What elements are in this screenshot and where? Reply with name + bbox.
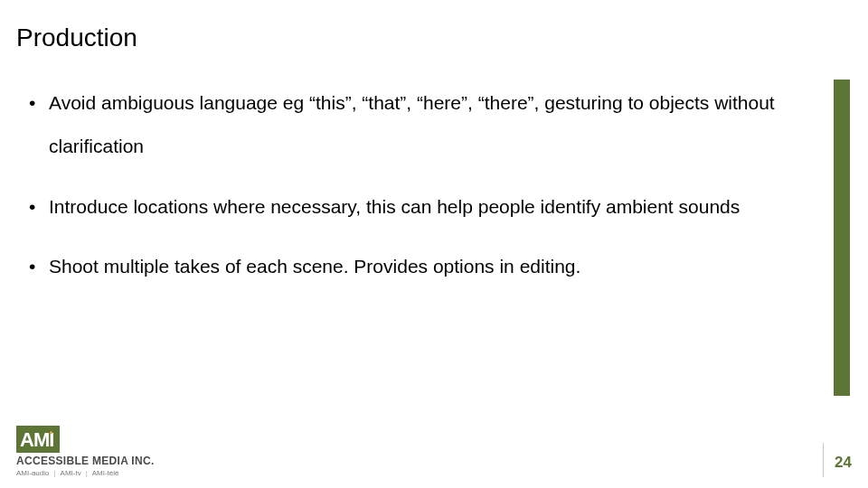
page-number: 24 bbox=[835, 454, 852, 477]
page-divider bbox=[823, 443, 824, 477]
accent-side-bar bbox=[834, 80, 850, 396]
list-item: Shoot multiple takes of each scene. Prov… bbox=[27, 245, 818, 288]
list-item: Avoid ambiguous language eg “this”, “tha… bbox=[27, 81, 818, 169]
bullet-list: Avoid ambiguous language eg “this”, “tha… bbox=[27, 81, 818, 288]
ami-logo-icon: AMI bbox=[16, 426, 60, 453]
sub-brand-label: AMI-tv bbox=[61, 469, 81, 477]
sub-brand-label: AMI-audio bbox=[16, 469, 49, 477]
slide-footer: AMI ACCESSIBLE MEDIA INC. AMI-audio|AMI-… bbox=[16, 426, 852, 477]
logo-block: AMI ACCESSIBLE MEDIA INC. AMI-audio|AMI-… bbox=[16, 426, 155, 477]
company-name: ACCESSIBLE MEDIA INC. bbox=[16, 455, 155, 467]
list-item: Introduce locations where necessary, thi… bbox=[27, 185, 818, 229]
page-number-block: 24 bbox=[823, 443, 852, 477]
slide: Production Avoid ambiguous language eg “… bbox=[0, 0, 868, 488]
sub-brands: AMI-audio|AMI-tv|AMI-télé bbox=[16, 469, 155, 477]
divider-icon: | bbox=[49, 469, 60, 477]
logo-letters: AMI bbox=[20, 428, 53, 452]
slide-title: Production bbox=[16, 23, 137, 52]
divider-icon: | bbox=[81, 469, 92, 477]
logo-top-row: AMI bbox=[16, 426, 155, 453]
logo-dot-icon bbox=[50, 431, 52, 434]
sub-brand-label: AMI-télé bbox=[92, 469, 119, 477]
slide-content: Avoid ambiguous language eg “this”, “tha… bbox=[27, 81, 818, 305]
